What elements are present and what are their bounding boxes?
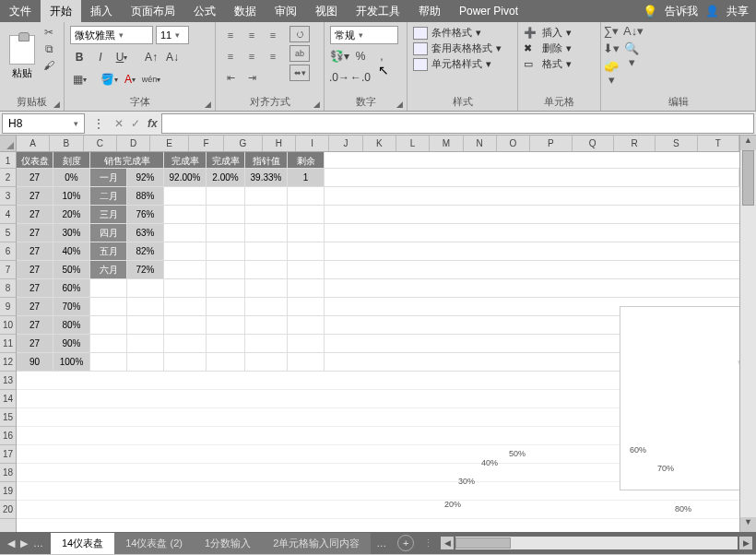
row-header[interactable]: 15 bbox=[0, 408, 16, 427]
cell-style-button[interactable]: 单元格样式 ▾ bbox=[413, 57, 502, 71]
col-header[interactable]: Q bbox=[573, 136, 614, 151]
cell[interactable]: 90 bbox=[17, 353, 53, 372]
dec-decimal-button[interactable]: ←.0 bbox=[351, 68, 370, 87]
col-header[interactable]: N bbox=[464, 136, 497, 151]
sheet-nav-more[interactable]: … bbox=[33, 537, 43, 549]
align-top-button[interactable]: ≡ bbox=[221, 26, 240, 44]
cell[interactable] bbox=[90, 298, 127, 316]
cell[interactable]: 88% bbox=[127, 187, 164, 206]
cell[interactable]: 27 bbox=[17, 224, 53, 242]
cell[interactable]: 92% bbox=[127, 169, 164, 187]
cell[interactable]: 92.00% bbox=[164, 169, 207, 187]
scroll-right-button[interactable]: ▶ bbox=[739, 537, 752, 549]
number-format-combo[interactable]: 常规▾ bbox=[330, 26, 398, 44]
row-header[interactable]: 4 bbox=[0, 206, 16, 224]
cell[interactable] bbox=[245, 206, 288, 224]
indent-inc-button[interactable]: ⇥ bbox=[242, 68, 261, 87]
vertical-scrollbar[interactable]: ▲ ▼ bbox=[739, 136, 756, 532]
cell[interactable] bbox=[207, 335, 245, 353]
wrap-text-button[interactable]: ab bbox=[289, 45, 310, 62]
tab-formula[interactable]: 公式 bbox=[184, 0, 225, 22]
col-header[interactable]: J bbox=[329, 136, 362, 151]
col-header[interactable]: D bbox=[117, 136, 150, 151]
cell[interactable] bbox=[288, 242, 325, 261]
sheet-nav-next[interactable]: ▶ bbox=[20, 537, 28, 549]
row-header[interactable]: 14 bbox=[0, 390, 16, 408]
cell[interactable]: 50% bbox=[53, 261, 90, 279]
cell[interactable]: 0% bbox=[53, 169, 90, 187]
align-center-button[interactable]: ≡ bbox=[242, 47, 261, 65]
autosum-button[interactable]: ∑▾ bbox=[603, 24, 620, 39]
tell-me[interactable]: 告诉我 bbox=[665, 4, 698, 19]
align-left-button[interactable]: ≡ bbox=[221, 47, 240, 65]
cell[interactable] bbox=[245, 261, 288, 279]
cell[interactable] bbox=[164, 316, 207, 335]
cell[interactable]: 40% bbox=[53, 242, 90, 261]
tab-layout[interactable]: 页面布局 bbox=[122, 0, 184, 22]
cell[interactable] bbox=[245, 279, 288, 298]
cell[interactable] bbox=[288, 335, 325, 353]
row-header[interactable]: 8 bbox=[0, 279, 16, 298]
row-header[interactable]: 5 bbox=[0, 224, 16, 242]
cell[interactable]: 39.33% bbox=[245, 169, 288, 187]
sheet-tab[interactable]: 1分数输入 bbox=[194, 533, 262, 554]
formula-input[interactable] bbox=[161, 113, 754, 134]
clear-button[interactable]: 🧽▾ bbox=[603, 59, 620, 74]
cell[interactable] bbox=[90, 316, 127, 335]
row-header[interactable]: 17 bbox=[0, 445, 16, 464]
cell[interactable] bbox=[288, 316, 325, 335]
inc-decimal-button[interactable]: .0→ bbox=[330, 68, 348, 87]
cell[interactable] bbox=[288, 187, 325, 206]
col-header[interactable]: M bbox=[430, 136, 463, 151]
col-header[interactable]: T bbox=[698, 136, 739, 151]
cell[interactable] bbox=[207, 224, 245, 242]
cell[interactable]: 90% bbox=[53, 335, 90, 353]
scroll-thumb[interactable] bbox=[455, 537, 511, 549]
cell[interactable]: 63% bbox=[127, 224, 164, 242]
cell[interactable] bbox=[127, 353, 164, 372]
share-button[interactable]: 共享 bbox=[726, 4, 749, 19]
cell[interactable] bbox=[288, 261, 325, 279]
cell[interactable] bbox=[207, 261, 245, 279]
col-header[interactable]: K bbox=[363, 136, 396, 151]
tab-home[interactable]: 开始 bbox=[41, 0, 81, 22]
underline-button[interactable]: U▾ bbox=[112, 48, 131, 66]
cell[interactable] bbox=[288, 298, 325, 316]
sheet-tab[interactable]: 2单元格输入同内容 bbox=[262, 533, 371, 554]
cell[interactable]: 2.00% bbox=[207, 169, 245, 187]
cell[interactable]: 四月 bbox=[90, 224, 127, 242]
tab-file[interactable]: 文件 bbox=[0, 0, 41, 22]
cell[interactable]: 27 bbox=[17, 169, 53, 187]
row-header[interactable]: 7 bbox=[0, 261, 16, 279]
copy-icon[interactable]: ⧉ bbox=[42, 42, 55, 55]
font-name-combo[interactable]: 微软雅黑▾ bbox=[70, 26, 153, 44]
cell[interactable]: 27 bbox=[17, 316, 53, 335]
sheet-tab[interactable]: 14仪表盘 (2) bbox=[114, 533, 194, 554]
cell[interactable] bbox=[164, 298, 207, 316]
tab-review[interactable]: 审阅 bbox=[266, 0, 306, 22]
cells-format-button[interactable]: ▭格式 ▾ bbox=[524, 57, 572, 71]
sheet-nav-prev[interactable]: ◀ bbox=[7, 537, 15, 549]
orientation-button[interactable]: ⭯ bbox=[289, 26, 310, 42]
cell[interactable] bbox=[90, 279, 127, 298]
fill-color-button[interactable]: 🪣▾ bbox=[100, 70, 118, 89]
col-header[interactable]: F bbox=[189, 136, 224, 151]
paste-icon[interactable] bbox=[9, 35, 35, 65]
merge-button[interactable]: ⬌▾ bbox=[289, 65, 310, 81]
cell[interactable]: 10% bbox=[53, 187, 90, 206]
col-header[interactable]: O bbox=[497, 136, 530, 151]
cell[interactable] bbox=[127, 279, 164, 298]
cell[interactable]: 27 bbox=[17, 298, 53, 316]
percent-button[interactable]: % bbox=[351, 47, 370, 65]
cell[interactable] bbox=[288, 279, 325, 298]
select-all-corner[interactable] bbox=[0, 136, 16, 152]
sheet-more[interactable]: … bbox=[371, 537, 392, 549]
format-painter-icon[interactable]: 🖌 bbox=[42, 59, 55, 72]
cell[interactable]: 100% bbox=[53, 353, 90, 372]
cell[interactable]: 六月 bbox=[90, 261, 127, 279]
cell[interactable] bbox=[90, 335, 127, 353]
col-header[interactable]: G bbox=[224, 136, 263, 151]
cell[interactable] bbox=[127, 316, 164, 335]
cell[interactable]: 1 bbox=[288, 169, 325, 187]
cell[interactable]: 一月 bbox=[90, 169, 127, 187]
